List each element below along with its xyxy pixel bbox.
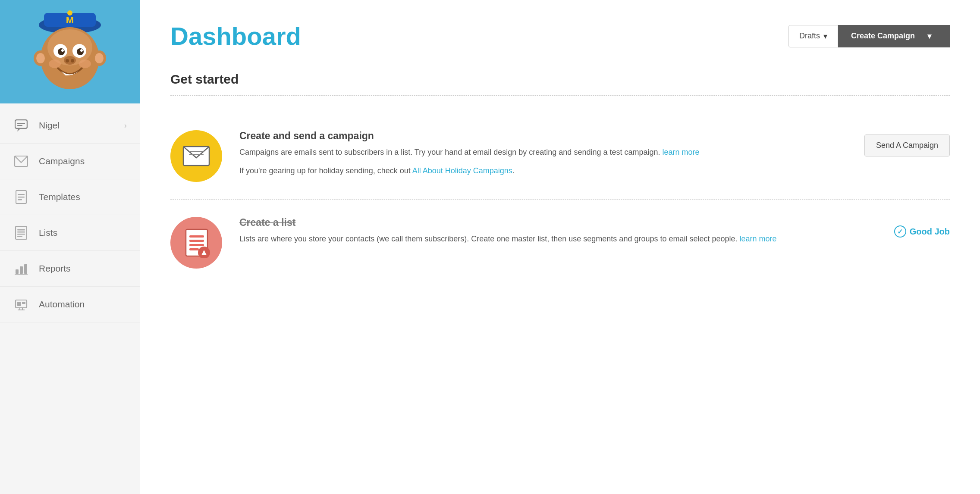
- svg-point-16: [79, 59, 91, 68]
- drafts-label: Drafts: [799, 31, 820, 41]
- good-job-label: Good Job: [910, 227, 950, 237]
- svg-rect-23: [17, 123, 25, 124]
- sidebar-templates-label: Templates: [39, 192, 127, 202]
- svg-rect-51: [189, 244, 204, 246]
- svg-rect-46: [189, 151, 204, 152]
- svg-point-9: [77, 48, 84, 55]
- sidebar-navigation: Nigel › Campaigns Te: [0, 103, 140, 494]
- list-document-icon: [182, 228, 210, 258]
- list-card-title: Create a list: [239, 217, 877, 228]
- chevron-right-icon: ›: [124, 121, 127, 130]
- list-icon: [13, 225, 29, 241]
- document-icon: [13, 189, 29, 205]
- good-job-action: ✓ Good Job: [894, 217, 950, 238]
- svg-rect-37: [24, 264, 27, 274]
- sidebar-reports-label: Reports: [39, 263, 127, 274]
- svg-rect-29: [18, 199, 22, 200]
- svg-rect-31: [17, 229, 25, 231]
- send-campaign-button[interactable]: Send A Campaign: [864, 134, 950, 156]
- svg-rect-32: [17, 231, 25, 233]
- campaign-card-content: Create and send a campaign Campaigns are…: [239, 130, 847, 177]
- sidebar-item-reports[interactable]: Reports: [0, 251, 140, 287]
- section-divider: [170, 95, 950, 96]
- svg-point-20: [95, 53, 104, 63]
- campaign-card: Create and send a campaign Campaigns are…: [170, 113, 950, 200]
- sidebar-item-campaigns[interactable]: Campaigns: [0, 144, 140, 179]
- create-campaign-label: Create Campaign: [851, 31, 922, 41]
- svg-rect-30: [16, 226, 27, 239]
- svg-rect-27: [18, 194, 25, 195]
- svg-rect-34: [17, 236, 22, 237]
- sidebar-item-templates[interactable]: Templates: [0, 179, 140, 215]
- create-campaign-button[interactable]: Create Campaign ▾: [838, 25, 950, 47]
- svg-rect-41: [22, 302, 25, 304]
- svg-rect-33: [17, 234, 25, 235]
- page-title: Dashboard: [170, 22, 301, 50]
- svg-point-18: [36, 53, 45, 63]
- drafts-chevron-icon: ▾: [823, 31, 827, 41]
- svg-rect-21: [15, 120, 27, 128]
- bar-chart-icon: [13, 260, 29, 277]
- svg-rect-35: [16, 269, 19, 274]
- campaign-card-text2: If you're gearing up for holiday sending…: [239, 165, 847, 177]
- envelope-campaign-icon: [181, 143, 211, 169]
- automation-icon: [13, 296, 29, 313]
- svg-rect-52: [189, 248, 199, 250]
- send-campaign-action: Send A Campaign: [864, 130, 950, 156]
- create-campaign-arrow-icon: ▾: [922, 31, 936, 41]
- svg-rect-40: [17, 302, 21, 306]
- svg-point-14: [71, 59, 74, 63]
- list-card-content: Create a list Lists are where you store …: [239, 217, 877, 251]
- sidebar-item-lists[interactable]: Lists: [0, 215, 140, 251]
- svg-rect-39: [16, 300, 27, 308]
- sidebar-user-label: Nigel: [39, 120, 124, 131]
- main-content: Dashboard Drafts ▾ Create Campaign ▾ Get…: [140, 0, 980, 494]
- svg-text:M: M: [66, 15, 74, 25]
- envelope-icon: [13, 153, 29, 169]
- svg-rect-47: [189, 154, 204, 155]
- sidebar-campaigns-label: Campaigns: [39, 156, 127, 166]
- campaign-card-text: Campaigns are emails sent to subscribers…: [239, 146, 847, 159]
- list-card-text: Lists are where you store your contacts …: [239, 233, 877, 245]
- svg-point-11: [80, 49, 83, 52]
- header-actions: Drafts ▾ Create Campaign ▾: [788, 25, 950, 47]
- sidebar-item-automation[interactable]: Automation: [0, 287, 140, 322]
- svg-point-10: [61, 49, 64, 52]
- list-learn-more-link[interactable]: learn more: [740, 234, 777, 243]
- svg-point-13: [66, 59, 69, 63]
- main-header: Dashboard Drafts ▾ Create Campaign ▾: [170, 22, 950, 50]
- good-job-badge: ✓ Good Job: [894, 221, 950, 238]
- sidebar-logo: M: [0, 0, 140, 103]
- get-started-heading: Get started: [170, 72, 950, 87]
- sidebar: M: [0, 0, 140, 494]
- svg-point-3: [67, 10, 72, 16]
- speech-bubble-icon: [13, 117, 29, 134]
- svg-rect-24: [17, 125, 22, 126]
- sidebar-item-user[interactable]: Nigel ›: [0, 108, 140, 144]
- svg-point-15: [49, 59, 61, 68]
- svg-rect-36: [20, 266, 23, 274]
- svg-rect-28: [18, 197, 25, 198]
- sidebar-lists-label: Lists: [39, 228, 127, 238]
- svg-rect-49: [189, 235, 204, 238]
- drafts-button[interactable]: Drafts ▾: [788, 25, 838, 47]
- sidebar-automation-label: Automation: [39, 299, 127, 310]
- checkmark-icon: ✓: [894, 225, 906, 238]
- campaign-learn-more-link[interactable]: learn more: [663, 148, 700, 156]
- list-icon-circle: [170, 217, 222, 269]
- freddie-logo: M: [31, 9, 109, 95]
- campaign-card-title: Create and send a campaign: [239, 130, 847, 142]
- holiday-campaigns-link[interactable]: All About Holiday Campaigns: [412, 166, 512, 175]
- campaign-icon-circle: [170, 130, 222, 182]
- list-card: Create a list Lists are where you store …: [170, 200, 950, 286]
- svg-point-8: [58, 48, 65, 55]
- svg-rect-50: [189, 240, 204, 242]
